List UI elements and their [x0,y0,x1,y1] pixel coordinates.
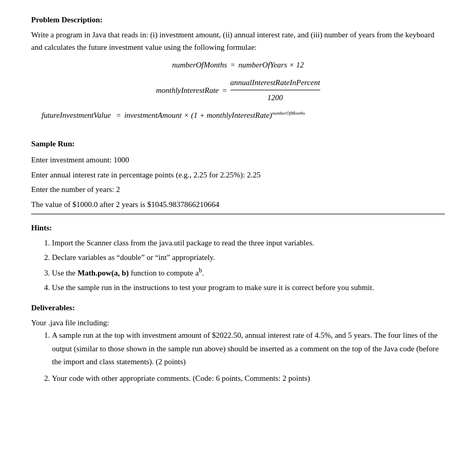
hint3-suffix: function to compute a [129,269,199,277]
formula-1: numberOfMonths = numberOfYears × 12 [31,59,445,71]
sample-run-title: Sample Run: [31,140,445,148]
problem-description-title: Problem Description: [31,16,445,24]
deliverables-list: A sample run at the top with investment … [31,329,445,385]
hints-section: Hints: Import the Scanner class from the… [31,224,445,294]
problem-description-body: Write a program in Java that reads in: (… [31,29,445,121]
deliverable-item-1: A sample run at the top with investment … [52,329,445,369]
hint-item-2: Declare variables as “double” or “int” a… [52,251,445,265]
hint3-bold: Math.pow(a, b) [77,269,129,277]
formula3-right: investmentAmount × (1 + monthlyInterestR… [124,109,305,121]
sample-run-section: Sample Run: Enter investment amount: 100… [31,140,445,214]
sample-line-2: Enter annual interest rate in percentage… [31,168,445,183]
formula2-numerator: annualInterestRateInPercent [230,76,320,90]
formula2-left: monthlyInterestRate [156,84,219,97]
deliverables-intro-text: Your .java file including: [31,317,445,329]
sample-line-3: Enter the number of years: 2 [31,182,445,197]
hint-item-1: Import the Scanner class from the java.u… [52,237,445,250]
formula2-denominator: 1200 [230,90,320,104]
formula3-eq: = [114,109,121,121]
hints-title: Hints: [31,224,445,232]
deliverables-title: Deliverables: [31,304,445,312]
formula1-left: numberOfMonths [172,59,227,71]
problem-description-section: Problem Description: Write a program in … [31,16,445,121]
formula3-left: futureInvestmentValue [42,109,111,121]
hint-item-4: Use the sample run in the instructions t… [52,281,445,295]
hint3-end: . [202,269,204,277]
deliverable-item-2: Your code with other appropriate comment… [52,372,445,386]
deliverables-intro: Your .java file including: A sample run … [31,317,445,385]
hint3-prefix: Use the [52,269,77,277]
formula1-right: numberOfYears × 12 [238,59,304,71]
formula-2: monthlyInterestRate = annualInterestRate… [31,76,445,104]
formula-3: futureInvestmentValue = investmentAmount… [31,109,445,121]
formula2-eq: = [222,84,227,97]
sample-line-4: The value of $1000.0 after 2 years is $1… [31,197,445,215]
deliverables-section: Deliverables: Your .java file including:… [31,304,445,385]
formula1-eq: = [230,59,235,71]
sample-line-1: Enter investment amount: 1000 [31,153,445,168]
hint-item-3: Use the Math.pow(a, b) function to compu… [52,265,445,280]
problem-intro: Write a program in Java that reads in: (… [31,29,445,53]
sample-run-body: Enter investment amount: 1000 Enter annu… [31,153,445,214]
formula3-exponent: numberOfMonths [272,111,305,116]
hints-list: Import the Scanner class from the java.u… [31,237,445,294]
formula2-fraction: annualInterestRateInPercent 1200 [230,76,320,104]
